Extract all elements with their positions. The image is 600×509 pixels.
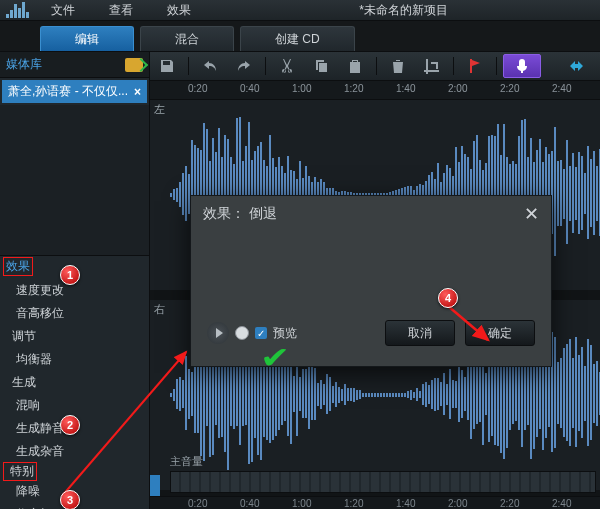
undo-icon[interactable] xyxy=(195,54,225,78)
annotation-3: 3 xyxy=(60,490,80,509)
menu-bar: 文件 查看 效果 xyxy=(35,0,207,21)
delete-icon[interactable] xyxy=(383,54,413,78)
cut-icon[interactable] xyxy=(272,54,302,78)
marker-flag-icon[interactable] xyxy=(460,54,490,78)
dialog-title: 效果： 倒退 xyxy=(203,205,277,223)
crop-icon[interactable] xyxy=(417,54,447,78)
close-icon[interactable]: × xyxy=(134,85,141,99)
app-logo xyxy=(0,2,35,18)
master-volume-track[interactable] xyxy=(170,471,596,493)
fx-equalizer[interactable]: 均衡器 xyxy=(0,348,149,371)
copy-icon[interactable] xyxy=(306,54,336,78)
open-folder-icon[interactable] xyxy=(125,58,143,72)
record-mic-icon[interactable] xyxy=(503,54,541,78)
fx-pitch-shift[interactable]: 音高移位 xyxy=(0,302,149,325)
preview-checkbox[interactable]: ✓ xyxy=(255,327,267,339)
time-ruler[interactable]: 0:200:401:001:201:402:002:202:40 xyxy=(150,81,600,100)
preview-label: 预览 xyxy=(273,325,297,342)
media-list-area xyxy=(0,105,149,255)
title-bar: 文件 查看 效果 *未命名的新项目 xyxy=(0,0,600,21)
menu-file[interactable]: 文件 xyxy=(35,0,91,21)
annotation-2: 2 xyxy=(60,415,80,435)
channel-left-label: 左 xyxy=(154,102,165,117)
time-ruler-bottom: 0:200:401:001:201:402:002:202:40 xyxy=(150,496,600,509)
effect-dialog: 效果： 倒退 ✕ ✓ 预览 取消 确定 xyxy=(190,195,552,367)
media-item-label: 萧全,孙语赛 - 不仅仅... xyxy=(8,83,128,100)
tab-mix[interactable]: 混合 xyxy=(140,26,234,51)
close-icon[interactable]: ✕ xyxy=(524,203,539,225)
ok-button[interactable]: 确定 xyxy=(465,320,535,346)
toolbar xyxy=(150,52,600,81)
tab-edit[interactable]: 编辑 xyxy=(40,26,134,51)
channel-right-label: 右 xyxy=(154,302,165,317)
save-icon[interactable] xyxy=(152,54,182,78)
project-title: *未命名的新项目 xyxy=(207,2,600,19)
annotation-check-icon: ✔ xyxy=(260,340,290,375)
preview-loop-icon[interactable] xyxy=(235,326,249,340)
fx-reverb[interactable]: 混响 xyxy=(0,394,149,417)
annotation-4: 4 xyxy=(438,288,458,308)
annotation-1: 1 xyxy=(60,265,80,285)
master-volume-label: 主音量 xyxy=(170,454,203,469)
redo-icon[interactable] xyxy=(229,54,259,78)
tab-create-cd[interactable]: 创建 CD xyxy=(240,26,355,51)
fx-gen-noise[interactable]: 生成杂音 xyxy=(0,440,149,463)
paste-icon[interactable] xyxy=(340,54,370,78)
fx-cat-special[interactable]: 特别 xyxy=(4,463,36,480)
fx-cat-adjust[interactable]: 调节 xyxy=(0,325,149,348)
media-item[interactable]: 萧全,孙语赛 - 不仅仅... × xyxy=(2,80,147,103)
cancel-button[interactable]: 取消 xyxy=(385,320,455,346)
effects-title: 效果 xyxy=(4,258,32,275)
preview-play-icon[interactable] xyxy=(207,322,229,344)
effects-panel: 效果 速度更改 音高移位 调节 均衡器 生成 混响 生成静音 生成杂音 特别 降… xyxy=(0,255,149,509)
scrub-icon[interactable] xyxy=(564,55,594,77)
media-library-header: 媒体库 xyxy=(0,52,149,78)
mode-tabs: 编辑 混合 创建 CD xyxy=(0,21,600,52)
menu-effects[interactable]: 效果 xyxy=(151,0,207,21)
menu-view[interactable]: 查看 xyxy=(93,0,149,21)
media-library-title: 媒体库 xyxy=(6,56,42,73)
fx-cat-generate[interactable]: 生成 xyxy=(0,371,149,394)
